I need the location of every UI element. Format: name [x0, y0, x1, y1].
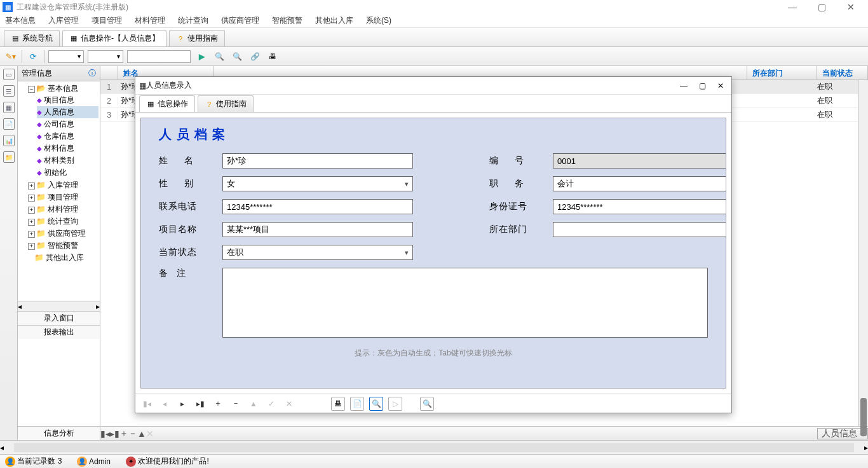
ib-3[interactable]: ▦: [3, 102, 15, 113]
run-button[interactable]: ▶: [194, 50, 208, 64]
rec-next[interactable]: ▸: [176, 399, 189, 408]
nav-del[interactable]: －: [128, 428, 137, 439]
menu-inbound[interactable]: 入库管理: [46, 14, 81, 27]
rec-add[interactable]: ＋: [212, 398, 224, 409]
ib-6[interactable]: 📁: [3, 151, 15, 163]
input-idno[interactable]: 12345*******: [553, 199, 726, 214]
edit-icon[interactable]: ✎▾: [4, 50, 18, 64]
select-dept[interactable]: [553, 222, 726, 237]
print-button[interactable]: 🖶: [331, 397, 345, 411]
ib-5[interactable]: 📊: [3, 135, 15, 146]
vscrollbar[interactable]: [858, 80, 868, 426]
menu-material[interactable]: 材料管理: [132, 14, 168, 27]
col-status[interactable]: 当前状态: [817, 66, 868, 79]
dialog-maximize[interactable]: ▢: [699, 81, 706, 90]
sidebar: 管理信息 ⓘ −📂 基本信息 ◆ 项目信息 ◆ 人员信息 ◆ 公司信息 ◆ 仓库…: [18, 66, 100, 440]
zoom-button[interactable]: 🔍: [420, 397, 434, 411]
link-icon[interactable]: 🔗: [248, 50, 262, 64]
content-hscroll[interactable]: ◂▸: [0, 440, 868, 454]
find-icon[interactable]: 🔍: [212, 50, 226, 64]
rec-prev[interactable]: ◂: [158, 399, 171, 408]
menu-other[interactable]: 其他出入库: [313, 14, 356, 27]
select-role[interactable]: 会计: [553, 176, 726, 191]
dialog-body: 人员档案 姓 名 孙*珍 编 号 0001 性 别 女 职 务 会计 联系电话 …: [140, 118, 726, 389]
nav-up[interactable]: ▲: [137, 429, 146, 439]
ib-2[interactable]: ☰: [3, 85, 15, 97]
play-button[interactable]: ▷: [388, 397, 402, 411]
rec-save[interactable]: ✓: [265, 399, 278, 408]
input-project[interactable]: 某某***项目: [222, 222, 413, 237]
dialog-minimize[interactable]: ―: [680, 81, 688, 90]
filter-op-select[interactable]: [88, 50, 123, 63]
select-gender[interactable]: 女: [222, 176, 413, 191]
menu-system[interactable]: 系统(S): [363, 14, 394, 27]
dlg-tab-guide[interactable]: ? 使用指南: [198, 95, 254, 112]
menu-alert[interactable]: 智能预警: [269, 14, 305, 27]
nav-cancel[interactable]: ✕: [146, 429, 154, 439]
grid-navbar: ▮◂ ▸▮ ＋ － ▲ ✕ 人员信息: [100, 426, 868, 440]
tree-leaf[interactable]: ◆ 材料类别: [37, 155, 98, 167]
minimize-button[interactable]: ―: [778, 0, 807, 14]
panel-report[interactable]: 报表输出: [18, 325, 100, 339]
find2-icon[interactable]: 🔍: [230, 50, 244, 64]
print-icon[interactable]: 🖶: [266, 50, 280, 64]
tree-folder[interactable]: +📁 入库管理: [28, 179, 98, 191]
tree-folder[interactable]: +📁 材料管理: [28, 203, 98, 216]
input-name[interactable]: 孙*珍: [222, 153, 413, 169]
sidebar-hscroll[interactable]: ◂▸: [18, 301, 100, 311]
dialog-titlebar[interactable]: ▦ 人员信息录入 ― ▢ ✕: [135, 77, 731, 95]
tab-info-op[interactable]: ▦ 信息操作-【人员信息】: [62, 30, 166, 46]
info-icon[interactable]: ⓘ: [88, 68, 96, 79]
tree-folder[interactable]: +📁 统计查询: [28, 216, 98, 228]
tab-guide[interactable]: ? 使用指南: [169, 30, 225, 46]
tree-folder[interactable]: +📁 供应商管理: [28, 228, 98, 240]
ib-1[interactable]: ▭: [3, 69, 15, 80]
filter-value-input[interactable]: [127, 50, 191, 63]
collapse-icon[interactable]: −: [28, 86, 35, 93]
tree-leaf[interactable]: ◆ 公司信息: [37, 118, 98, 130]
refresh-icon[interactable]: ⟳: [26, 50, 40, 64]
tab-sysnav[interactable]: ▤ 系统导航: [4, 30, 60, 46]
textarea-remark[interactable]: [222, 268, 708, 338]
select-status[interactable]: 在职: [222, 245, 413, 260]
input-phone[interactable]: 12345*******: [222, 199, 413, 214]
rec-del[interactable]: －: [229, 398, 242, 409]
ib-4[interactable]: 📄: [3, 118, 15, 130]
close-button[interactable]: ✕: [836, 0, 865, 14]
rec-edit[interactable]: ▲: [247, 399, 260, 408]
nav-first[interactable]: ▮◂: [100, 429, 110, 439]
panel-entry[interactable]: 录入窗口: [18, 311, 100, 325]
user-icon: 👤: [5, 457, 15, 467]
panel-analysis[interactable]: 信息分析: [18, 426, 100, 440]
menu-project[interactable]: 项目管理: [89, 14, 125, 27]
menu-supplier[interactable]: 供应商管理: [219, 14, 262, 27]
separator: [44, 50, 44, 63]
menu-stats[interactable]: 统计查询: [175, 14, 211, 27]
tree-leaf[interactable]: ◆ 仓库信息: [37, 130, 98, 142]
rec-last[interactable]: ▸▮: [194, 399, 207, 408]
lbl-phone: 联系电话: [159, 201, 210, 212]
tree-leaf[interactable]: ◆ 初始化: [37, 167, 98, 179]
nav-icon: ▤: [11, 34, 20, 43]
dialog-close[interactable]: ✕: [717, 81, 724, 90]
export-button[interactable]: 📄: [350, 397, 364, 411]
menu-basic[interactable]: 基本信息: [3, 14, 38, 27]
dlg-tab-op[interactable]: ▦ 信息操作: [139, 95, 195, 112]
tree-leaf[interactable]: ◆ 项目信息: [37, 94, 98, 106]
lbl-dept: 所在部门: [489, 224, 540, 235]
maximize-button[interactable]: ▢: [807, 0, 836, 14]
tree-leaf-selected[interactable]: ◆ 人员信息: [37, 106, 98, 118]
tree-leaf[interactable]: ◆ 材料信息: [37, 142, 98, 155]
rec-first[interactable]: ▮◂: [140, 399, 153, 408]
tree-folder[interactable]: 📁 其他出入库: [28, 252, 98, 264]
nav-prev[interactable]: ▸▮: [110, 429, 119, 439]
rec-cancel[interactable]: ✕: [283, 399, 295, 408]
nav-add[interactable]: ＋: [119, 428, 128, 439]
tree-folder[interactable]: +📁 智能预警: [28, 240, 98, 252]
nav-tree[interactable]: −📂 基本信息 ◆ 项目信息 ◆ 人员信息 ◆ 公司信息 ◆ 仓库信息 ◆ 材料…: [18, 81, 100, 301]
filter-field-select[interactable]: [48, 50, 84, 63]
col-dept[interactable]: 所在部门: [747, 66, 817, 79]
search-button[interactable]: 🔍: [369, 397, 383, 411]
tree-folder[interactable]: +📁 项目管理: [28, 191, 98, 203]
app-icon: ▦: [3, 2, 13, 12]
